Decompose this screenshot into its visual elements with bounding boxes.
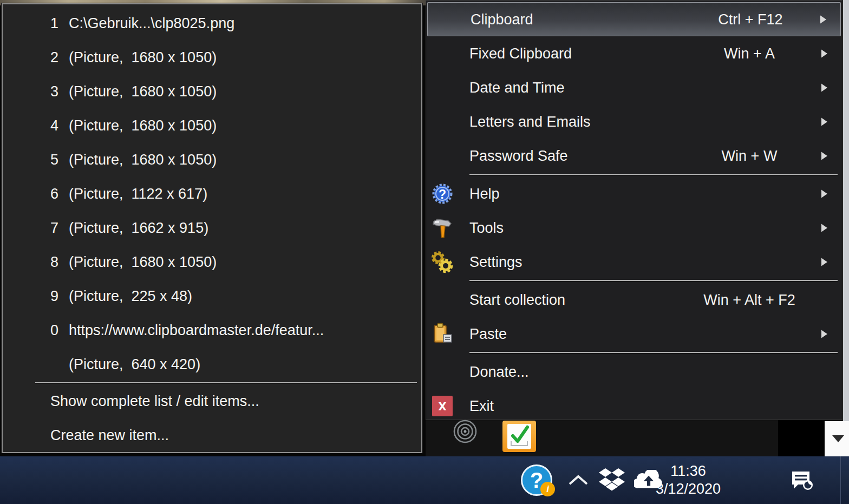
exit-icon: x — [430, 396, 454, 416]
menu-item-settings[interactable]: Settings — [426, 245, 842, 279]
item-text: (Picture, 225 x 48) — [69, 288, 192, 305]
submenu-arrow-icon — [821, 117, 828, 126]
submenu-arrow-icon — [821, 189, 828, 198]
menu-item-date-and-time[interactable]: Date and Time — [426, 70, 842, 104]
screen: 1C:\Gebruik...\clp8025.png2(Picture, 168… — [0, 0, 849, 504]
menu-item-password-safe[interactable]: Password SafeWin + W — [426, 139, 842, 173]
flyout-empty-area — [778, 420, 827, 456]
streaming-tray-icon[interactable] — [452, 418, 479, 447]
question-mark-icon: ? i — [521, 464, 552, 496]
settings-icon — [430, 251, 454, 273]
help-icon: ? — [430, 183, 454, 205]
menu-item-fixed-clipboard[interactable]: Fixed ClipboardWin + A — [426, 36, 842, 70]
info-badge-icon: i — [540, 482, 555, 496]
item-number: 4 — [50, 117, 62, 134]
menu-separator — [469, 352, 838, 354]
background-scrollbar — [825, 421, 849, 457]
dropbox-icon[interactable] — [596, 456, 628, 504]
item-number: 5 — [50, 152, 62, 168]
clipboard-master-menu: ClipboardCtrl + F12Fixed ClipboardWin + … — [426, 0, 843, 420]
item-number: 1 — [50, 15, 62, 32]
clipboard-item[interactable]: 2(Picture, 1680 x 1050) — [3, 41, 421, 75]
action-center-icon[interactable] — [784, 456, 818, 504]
submenu-arrow-icon — [821, 83, 828, 92]
item-text: (Picture, 1662 x 915) — [69, 220, 208, 237]
menu-item-exit[interactable]: xExit — [426, 389, 842, 423]
item-text: (Picture, 1680 x 1050) — [69, 49, 217, 66]
menu-item-shortcut: Win + W — [722, 147, 778, 164]
menu-item-label: Letters and Emails — [469, 113, 591, 130]
menu-item-label: Donate... — [469, 363, 529, 380]
taskbar: ? i 11:36 3/12/2020 — [0, 456, 849, 504]
tray-expand-chevron-icon[interactable] — [563, 456, 593, 504]
menu-item-label: Paste — [469, 325, 507, 342]
show-desktop-divider[interactable] — [840, 456, 841, 504]
clipboard-history-panel: 1C:\Gebruik...\clp8025.png2(Picture, 168… — [2, 3, 422, 453]
taskbar-clock[interactable]: 11:36 3/12/2020 — [639, 456, 737, 504]
create-new-item-item[interactable]: Create new item... — [3, 418, 421, 453]
submenu-arrow-icon — [820, 15, 827, 24]
submenu-arrow-icon — [821, 257, 828, 266]
clipboard-item[interactable]: 8(Picture, 1680 x 1050) — [3, 245, 421, 279]
menu-separator — [469, 174, 838, 175]
scroll-down-arrow-icon[interactable] — [832, 435, 844, 442]
background-window-edge — [843, 0, 849, 457]
clipboard-item[interactable]: (Picture, 640 x 420) — [3, 348, 421, 382]
item-number: 9 — [50, 288, 62, 305]
item-text: (Picture, 1680 x 1050) — [69, 117, 217, 134]
clipboard-item[interactable]: 3(Picture, 1680 x 1050) — [3, 75, 421, 109]
clipboard-item[interactable]: 7(Picture, 1662 x 915) — [3, 211, 421, 245]
item-text: (Picture, 1122 x 617) — [69, 186, 207, 202]
item-number: 6 — [50, 186, 62, 202]
menu-separator — [469, 280, 838, 282]
menu-item-shortcut: Ctrl + F12 — [718, 11, 782, 28]
submenu-arrow-icon — [821, 49, 828, 58]
menu-item-start-collection[interactable]: Start collectionWin + Alt + F2 — [426, 283, 842, 317]
clipboard-item[interactable]: 9(Picture, 225 x 48) — [3, 279, 421, 313]
item-number: 8 — [50, 254, 62, 271]
svg-text:?: ? — [439, 187, 446, 201]
item-text: https://www.clipboardmaster.de/featur... — [69, 322, 324, 339]
clipboard-master-question-icon[interactable]: ? i — [515, 456, 558, 504]
tray-overflow-flyout — [426, 420, 827, 456]
item-number: 0 — [50, 322, 62, 339]
tools-icon — [430, 217, 454, 239]
menu-item-letters-and-emails[interactable]: Letters and Emails — [426, 104, 842, 139]
checkbox-tray-icon[interactable] — [502, 421, 536, 452]
checkbox-icon — [507, 424, 531, 449]
show-complete-list-item[interactable]: Show complete list / edit items... — [3, 384, 421, 418]
menu-item-label: Fixed Clipboard — [469, 45, 572, 62]
menu-item-label: Date and Time — [469, 79, 565, 96]
item-text: (Picture, 1680 x 1050) — [69, 254, 217, 271]
menu-item-label: Clipboard — [471, 11, 533, 28]
menu-item-shortcut: Win + Alt + F2 — [703, 291, 795, 308]
item-number: 3 — [50, 83, 62, 100]
item-number: 2 — [50, 49, 62, 66]
menu-item-help[interactable]: ?Help — [426, 176, 842, 211]
menu-item-label: Password Safe — [469, 147, 568, 164]
submenu-arrow-icon — [821, 151, 828, 160]
menu-item-tools[interactable]: Tools — [426, 211, 842, 245]
submenu-arrow-icon — [821, 223, 828, 232]
clock-date: 3/12/2020 — [656, 480, 721, 498]
clipboard-item[interactable]: 6(Picture, 1122 x 617) — [3, 177, 421, 211]
clipboard-item[interactable]: 1C:\Gebruik...\clp8025.png — [3, 6, 421, 41]
menu-item-label: Settings — [469, 253, 523, 270]
item-text: (Picture, 1680 x 1050) — [69, 83, 217, 100]
item-text: (Picture, 1680 x 1050) — [69, 152, 217, 168]
menu-item-paste[interactable]: Paste — [426, 317, 842, 351]
menu-item-clipboard[interactable]: ClipboardCtrl + F12 — [427, 2, 841, 36]
clipboard-item[interactable]: 0https://www.clipboardmaster.de/featur..… — [3, 313, 421, 348]
submenu-arrow-icon — [821, 329, 828, 338]
menu-item-label: Exit — [469, 397, 494, 414]
item-text: C:\Gebruik...\clp8025.png — [69, 15, 234, 32]
clipboard-item[interactable]: 4(Picture, 1680 x 1050) — [3, 109, 421, 143]
menu-item-label: Tools — [469, 219, 504, 236]
menu-item-label: Help — [469, 185, 500, 202]
item-text: (Picture, 640 x 420) — [69, 356, 200, 373]
menu-item-donate[interactable]: Donate... — [426, 355, 842, 389]
item-number: 7 — [50, 220, 62, 237]
clock-time: 11:36 — [670, 462, 706, 480]
clipboard-item[interactable]: 5(Picture, 1680 x 1050) — [3, 143, 421, 177]
paste-icon — [430, 323, 454, 345]
